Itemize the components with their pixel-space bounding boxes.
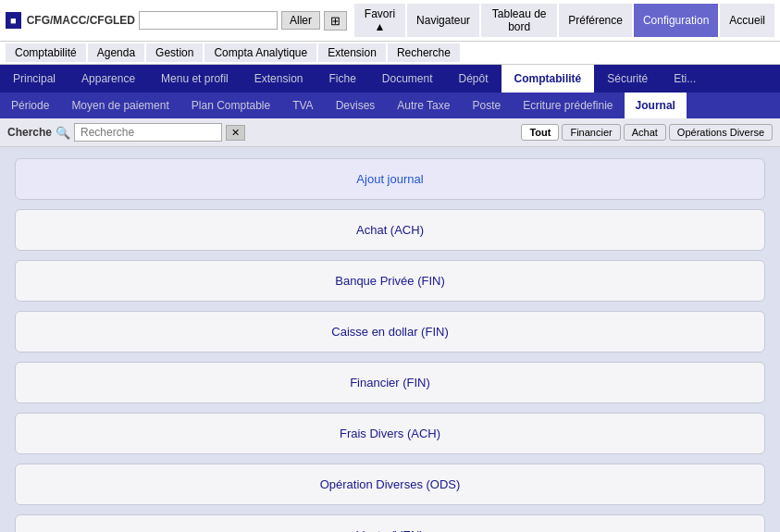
main-tab-extension[interactable]: Extension [241, 65, 316, 93]
main-tab-eti...[interactable]: Eti... [661, 65, 709, 93]
main-tab-fiche[interactable]: Fiche [316, 65, 368, 93]
filter-btn-financier[interactable]: Financier [562, 124, 620, 141]
journal-item-financier--fin-[interactable]: Financier (FIN) [15, 362, 765, 403]
journal-item-banque-privée--fin-[interactable]: Banque Privée (FIN) [15, 260, 765, 302]
top-nav-préférence[interactable]: Préférence [559, 4, 632, 37]
top-nav-configuration[interactable]: Configuration [634, 4, 718, 37]
main-tab-principal[interactable]: Principal [0, 65, 68, 93]
path-input[interactable] [139, 11, 278, 30]
main-tabs: PrincipalApparenceMenu et profilExtensio… [0, 65, 780, 93]
filter-btn-opérations-diverse[interactable]: Opérations Diverse [669, 124, 773, 141]
sub-tab-moyen-de-paiement[interactable]: Moyen de paiement [60, 93, 180, 118]
journal-item-caisse-en-dollar--fin-[interactable]: Caisse en dollar (FIN) [15, 311, 765, 353]
sub-tab-période[interactable]: Période [0, 93, 60, 118]
search-icon[interactable]: 🔍 [56, 126, 70, 140]
second-nav-gestion[interactable]: Gestion [146, 43, 203, 62]
second-nav-extension[interactable]: Extension [318, 43, 386, 62]
filter-btn-achat[interactable]: Achat [624, 124, 666, 141]
sub-tab-tva[interactable]: TVA [281, 93, 324, 118]
top-nav-favori-▲[interactable]: Favori ▲ [354, 4, 405, 37]
search-clear-button[interactable]: ✕ [226, 125, 245, 141]
path-label: CFG/MACC/CFGLED [27, 14, 135, 27]
top-bar: ■ CFG/MACC/CFGLED Aller ⊞ Favori ▲Naviga… [0, 0, 780, 42]
sub-tab-autre-taxe[interactable]: Autre Taxe [386, 93, 461, 118]
sub-tab-journal[interactable]: Journal [625, 93, 687, 118]
main-tab-comptabilité[interactable]: Comptabilité [501, 65, 595, 93]
grid-button[interactable]: ⊞ [324, 11, 347, 31]
journal-item-achat--ach-[interactable]: Achat (ACH) [15, 209, 765, 251]
sub-tab-devises[interactable]: Devises [325, 93, 387, 118]
main-tab-apparence[interactable]: Apparence [68, 65, 148, 93]
top-nav-navigateur[interactable]: Navigateur [407, 4, 479, 37]
sub-tab-poste[interactable]: Poste [461, 93, 512, 118]
journal-item-ajout-journal[interactable]: Ajout journal [15, 158, 765, 200]
main-tab-menu-et-profil[interactable]: Menu et profil [148, 65, 241, 93]
second-nav-agenda[interactable]: Agenda [88, 43, 144, 62]
sub-tab-ecriture-prédefinie[interactable]: Ecriture prédefinie [512, 93, 624, 118]
top-nav-right: Favori ▲NavigateurTableau de bordPréfére… [354, 4, 774, 37]
logo: ■ [6, 12, 21, 29]
journal-item-frais-divers--ach-[interactable]: Frais Divers (ACH) [15, 413, 765, 454]
filter-buttons: ToutFinancierAchatOpérations Diverse [521, 124, 773, 141]
go-button[interactable]: Aller [281, 11, 320, 30]
search-label: Cherche [7, 126, 52, 139]
main-tab-sécurité[interactable]: Sécurité [594, 65, 661, 93]
top-nav-tableau-de-bord[interactable]: Tableau de bord [481, 4, 557, 37]
sub-tabs: PériodeMoyen de paiementPlan ComptableTV… [0, 93, 780, 118]
second-nav-comptabilité[interactable]: Comptabilité [6, 43, 86, 62]
search-input[interactable] [74, 123, 222, 142]
main-tab-dépôt[interactable]: Dépôt [446, 65, 501, 93]
sub-tab-plan-comptable[interactable]: Plan Comptable [180, 93, 281, 118]
main-tab-document[interactable]: Document [369, 65, 446, 93]
top-nav-accueil[interactable]: Accueil [720, 4, 774, 37]
second-nav: ComptabilitéAgendaGestionCompta Analytiq… [0, 42, 780, 65]
journal-content: Ajout journalAchat (ACH)Banque Privée (F… [0, 147, 780, 532]
search-bar: Cherche 🔍 ✕ ToutFinancierAchatOpérations… [0, 118, 780, 147]
journal-item-vente--ven-[interactable]: Vente (VEN) [15, 514, 765, 532]
second-nav-compta-analytique[interactable]: Compta Analytique [204, 43, 316, 62]
second-nav-recherche[interactable]: Recherche [388, 43, 460, 62]
journal-item-opération-diverses--ods-[interactable]: Opération Diverses (ODS) [15, 464, 765, 505]
filter-btn-tout[interactable]: Tout [521, 124, 559, 141]
